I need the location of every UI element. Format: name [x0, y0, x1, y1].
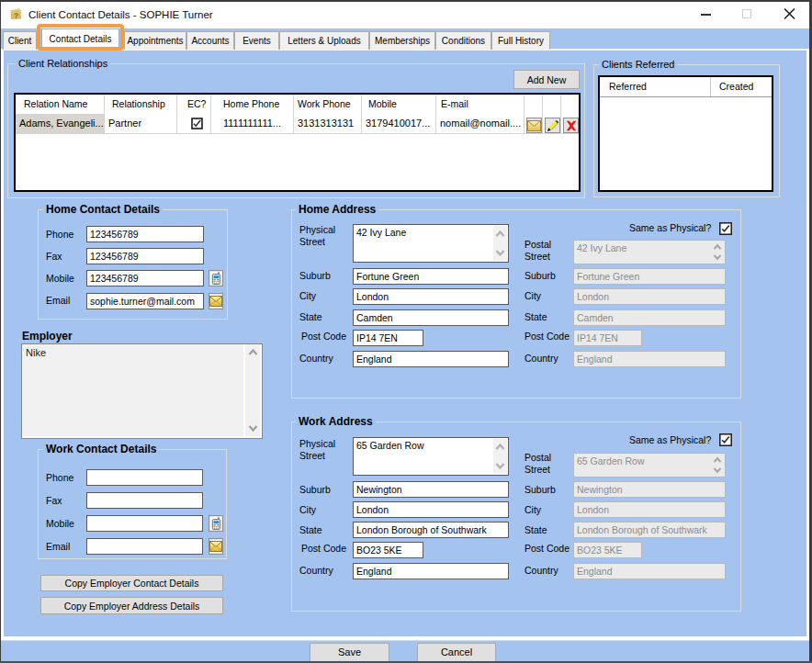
svg-text:?: ?: [14, 11, 18, 20]
